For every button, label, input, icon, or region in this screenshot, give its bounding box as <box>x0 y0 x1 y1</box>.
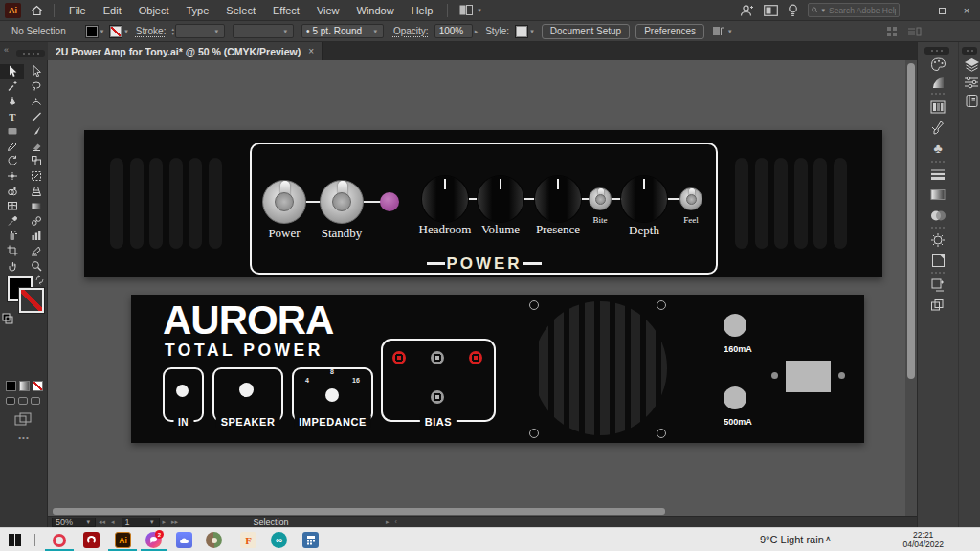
eyedropper-tool[interactable] <box>0 213 24 229</box>
symbol-sprayer-tool[interactable] <box>0 229 24 244</box>
feel-toggle[interactable] <box>679 187 702 210</box>
free-transform-tool[interactable] <box>24 168 48 184</box>
magic-wand-tool[interactable] <box>0 79 24 95</box>
asset-export-panel-icon[interactable] <box>928 296 947 315</box>
tray-expand-icon[interactable]: ∧ <box>825 534 832 543</box>
rotate-tool[interactable] <box>0 154 24 169</box>
start-button[interactable] <box>9 534 21 546</box>
collapse-toolbar-icon[interactable]: « <box>4 45 9 55</box>
lightbulb-icon[interactable] <box>788 4 798 17</box>
panel-options-icon[interactable] <box>907 26 923 37</box>
feel-label[interactable]: Feel <box>662 215 720 225</box>
fuse-holder-500[interactable] <box>724 386 746 409</box>
mesh-tool[interactable] <box>0 198 24 213</box>
menu-file[interactable]: File <box>60 0 95 21</box>
impedance-selector[interactable] <box>325 388 339 402</box>
tab-close-icon[interactable]: × <box>308 46 314 56</box>
screen-mode-icon[interactable] <box>14 412 32 426</box>
brush-definition[interactable]: • 5 pt. Round ▾ <box>301 24 384 38</box>
symbols-panel-icon[interactable]: ♣ <box>928 139 947 158</box>
fuse-holder-160[interactable] <box>724 314 746 337</box>
stroke-weight-stepper[interactable]: ▴▾ <box>171 27 174 36</box>
headroom-knob[interactable] <box>422 176 468 222</box>
document-setup-button[interactable]: Document Setup <box>542 24 631 39</box>
dock-grip[interactable] <box>962 47 977 55</box>
arrange-documents-icon[interactable]: ▾ <box>459 5 483 15</box>
bite-toggle[interactable] <box>589 187 612 210</box>
chevron-down-icon[interactable]: ▾ <box>100 28 104 35</box>
opera-app-icon[interactable] <box>51 532 67 548</box>
document-tab[interactable]: 2U Power Amp for Tony.ai* @ 50 % (CMYK/P… <box>48 42 323 60</box>
type-tool[interactable]: T <box>0 109 24 124</box>
hand-tool[interactable] <box>0 258 24 274</box>
toolbar-grip[interactable] <box>16 50 45 57</box>
bias-test-point-red-left[interactable] <box>392 351 406 364</box>
power-section-label[interactable]: POWER <box>436 254 532 274</box>
shape-builder-tool[interactable] <box>0 184 24 199</box>
account-icon[interactable] <box>740 4 754 17</box>
vertical-scrollbar[interactable] <box>905 60 917 516</box>
shaper-tool[interactable] <box>0 139 24 154</box>
transparency-panel-icon[interactable] <box>928 206 947 225</box>
curvature-tool[interactable] <box>24 94 48 109</box>
restore-button[interactable] <box>934 5 949 16</box>
menu-edit[interactable]: Edit <box>95 0 130 21</box>
weather-status[interactable]: 9°C Light rain <box>760 534 824 545</box>
layers-panel-icon[interactable] <box>962 55 980 74</box>
menu-help[interactable]: Help <box>403 0 442 21</box>
dock-grip[interactable] <box>924 47 949 55</box>
menu-type[interactable]: Type <box>178 0 218 21</box>
filezilla-app-icon[interactable]: F <box>240 532 256 548</box>
stroke-panel-icon[interactable] <box>928 165 947 184</box>
input-jack[interactable] <box>176 385 189 397</box>
arduino-app-icon[interactable]: ∞ <box>271 532 287 548</box>
chevron-down-icon[interactable]: ▾ <box>124 28 128 35</box>
last-artboard-icon[interactable]: ▸▸ <box>171 518 178 526</box>
edit-toolbar-icon[interactable]: ••• <box>0 433 48 442</box>
blend-tool[interactable] <box>24 213 48 229</box>
direct-selection-tool[interactable] <box>24 64 48 79</box>
previous-artboard-icon[interactable]: ◂ <box>111 518 115 526</box>
width-tool[interactable] <box>0 168 24 184</box>
swap-fill-stroke-icon[interactable] <box>34 275 45 285</box>
standby-switch-label[interactable]: Standby <box>299 226 385 241</box>
artboard-number-select[interactable]: 1 ▾ <box>122 518 160 527</box>
eraser-tool[interactable] <box>24 139 48 154</box>
default-fill-stroke-icon[interactable] <box>2 313 13 324</box>
text-settings-icon[interactable]: ▾ <box>712 26 734 37</box>
lasso-tool[interactable] <box>24 79 48 95</box>
zoom-level-select[interactable]: 50% ▾ <box>52 518 96 527</box>
fill-color-swatch[interactable] <box>85 25 99 38</box>
column-graph-tool[interactable] <box>24 229 48 244</box>
preferences-button[interactable]: Preferences <box>635 24 704 39</box>
menu-view[interactable]: View <box>308 0 348 21</box>
gradient-button[interactable] <box>19 381 30 391</box>
draw-behind-mode[interactable] <box>18 397 28 405</box>
zoom-tool[interactable] <box>24 258 48 274</box>
slice-tool[interactable] <box>24 243 48 258</box>
gradient-panel-icon[interactable] <box>928 185 947 204</box>
home-icon[interactable] <box>25 0 48 21</box>
artboard-tool[interactable] <box>0 243 24 258</box>
stroke-weight-label[interactable]: Stroke: <box>136 26 167 36</box>
properties-panel-icon[interactable] <box>962 73 980 92</box>
color-guide-panel-icon[interactable] <box>928 73 947 92</box>
variable-width-profile[interactable]: ▾ <box>233 24 294 38</box>
document-canvas[interactable]: Power Standby Headroom Volume Presence B… <box>48 60 905 516</box>
line-segment-tool[interactable] <box>24 109 48 124</box>
perspective-grid-tool[interactable] <box>24 184 48 199</box>
power-switch[interactable] <box>262 180 306 224</box>
workspace-icon[interactable] <box>764 5 778 16</box>
style-swatch[interactable] <box>515 25 528 38</box>
speaker-jack[interactable] <box>239 383 254 397</box>
menu-window[interactable]: Window <box>348 0 403 21</box>
next-artboard-icon[interactable]: ▸ <box>163 518 167 526</box>
chevron-right-icon[interactable]: ▸ <box>475 28 479 35</box>
volume-knob[interactable] <box>478 176 523 222</box>
menu-object[interactable]: Object <box>130 0 178 21</box>
vertical-scrollbar-thumb[interactable] <box>907 63 915 379</box>
iec-power-inlet[interactable] <box>786 361 831 392</box>
appearance-panel-icon[interactable] <box>928 231 947 250</box>
artboards-panel-icon[interactable] <box>928 276 947 295</box>
calculator-app-icon[interactable] <box>302 532 319 548</box>
